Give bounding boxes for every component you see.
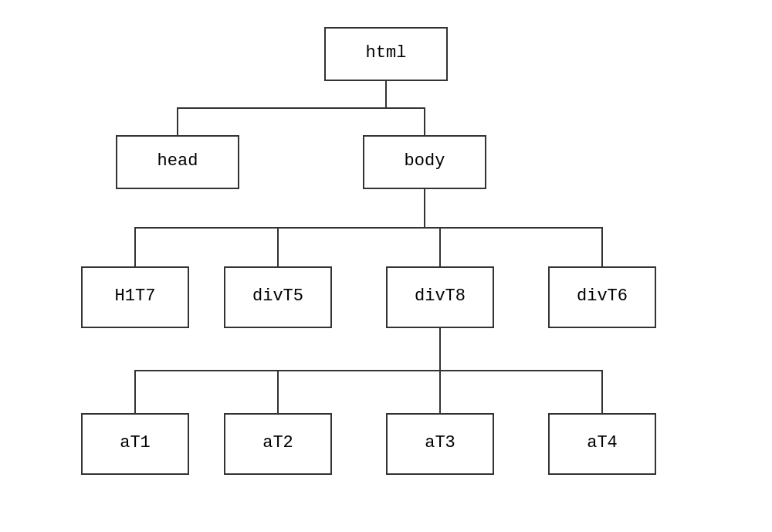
tree-node-head: head <box>116 135 239 189</box>
tree-node-at3: aT3 <box>386 413 494 475</box>
tree-node-at4: aT4 <box>548 413 656 475</box>
tree-diagram: htmlheadbodyH1T7divT5divT8divT6aT1aT2aT3… <box>39 12 733 521</box>
tree-node-divt6: divT6 <box>548 266 656 328</box>
tree-node-h1t7: H1T7 <box>81 266 189 328</box>
tree-node-at2: aT2 <box>224 413 332 475</box>
tree-node-at1: aT1 <box>81 413 189 475</box>
tree-node-body: body <box>363 135 486 189</box>
tree-node-html: html <box>324 27 448 81</box>
tree-node-divt8: divT8 <box>386 266 494 328</box>
tree-node-divt5: divT5 <box>224 266 332 328</box>
